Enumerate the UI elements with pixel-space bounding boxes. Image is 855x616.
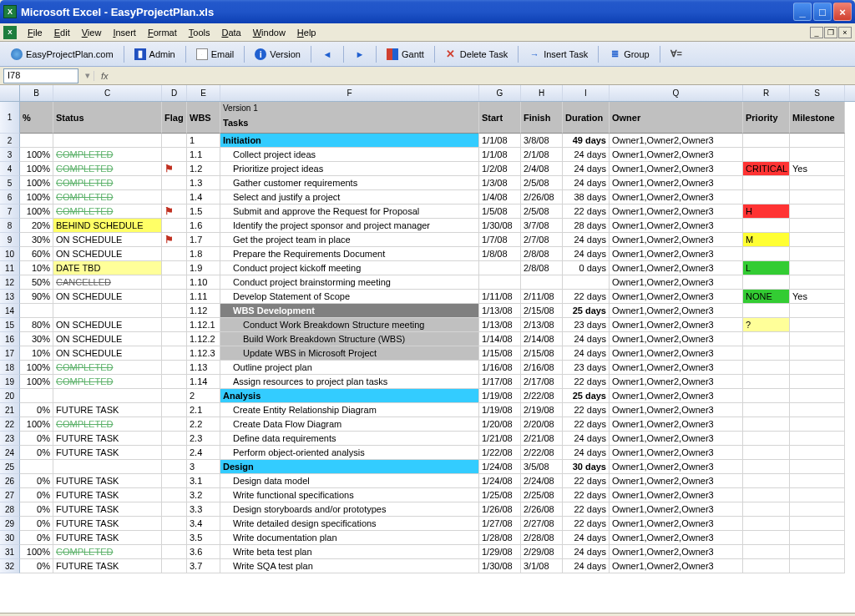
cell-Q-10[interactable]: Owner1,Owner2,Owner3 (610, 247, 743, 261)
cell-Q-28[interactable]: Owner1,Owner2,Owner3 (610, 502, 743, 517)
cell-S-16[interactable] (790, 332, 845, 346)
cell-E-8[interactable]: 1.6 (187, 219, 220, 233)
cell-R-28[interactable] (743, 502, 790, 517)
header-cell-C[interactable]: Status (53, 102, 162, 134)
row-header-20[interactable]: 20 (0, 389, 20, 403)
name-box[interactable]: I78 (3, 68, 78, 83)
cell-C-9[interactable]: ON SCHEDULE (53, 233, 162, 247)
cell-G-17[interactable]: 1/15/08 (479, 346, 521, 361)
cell-G-24[interactable]: 1/22/08 (479, 446, 521, 460)
cell-E-4[interactable]: 1.2 (187, 162, 220, 176)
cell-F-11[interactable]: Conduct project kickoff meeting (220, 261, 479, 275)
cell-H-17[interactable]: 2/15/08 (521, 346, 563, 361)
row-header-7[interactable]: 7 (0, 204, 20, 219)
cell-Q-23[interactable]: Owner1,Owner2,Owner3 (610, 432, 743, 446)
menu-file[interactable]: File (22, 26, 48, 39)
cell-G-7[interactable]: 1/5/08 (479, 204, 521, 219)
cell-D-27[interactable] (162, 488, 187, 502)
cell-B-2[interactable] (20, 134, 53, 148)
cell-C-20[interactable] (53, 389, 162, 403)
cell-E-28[interactable]: 3.3 (187, 502, 220, 517)
cell-G-19[interactable]: 1/17/08 (479, 375, 521, 389)
column-header-F[interactable]: F (220, 85, 479, 101)
cell-Q-21[interactable]: Owner1,Owner2,Owner3 (610, 403, 743, 417)
cell-G-21[interactable]: 1/19/08 (479, 403, 521, 417)
column-header-D[interactable]: D (162, 85, 187, 101)
cell-F-9[interactable]: Get the project team in place (220, 233, 479, 247)
cell-D-32[interactable] (162, 559, 187, 573)
cell-H-29[interactable]: 2/27/08 (521, 517, 563, 531)
cell-F-7[interactable]: Submit and approve the Request for Propo… (220, 204, 479, 219)
cell-Q-12[interactable]: Owner1,Owner2,Owner3 (610, 275, 743, 290)
cell-B-17[interactable]: 10% (20, 346, 53, 361)
row-header-27[interactable]: 27 (0, 488, 20, 502)
cell-R-4[interactable]: CRITICAL (743, 162, 790, 176)
cell-F-13[interactable]: Develop Statement of Scope (220, 290, 479, 304)
header-cell-B[interactable]: % (20, 102, 53, 134)
cell-D-6[interactable] (162, 190, 187, 204)
cell-Q-3[interactable]: Owner1,Owner2,Owner3 (610, 148, 743, 162)
cell-S-25[interactable] (790, 460, 845, 474)
row-header-14[interactable]: 14 (0, 304, 20, 318)
cell-R-15[interactable]: ? (743, 318, 790, 332)
menu-tools[interactable]: Tools (183, 26, 216, 39)
cell-C-6[interactable]: COMPLETED (53, 190, 162, 204)
cell-S-12[interactable] (790, 275, 845, 290)
header-cell-Q[interactable]: Owner (610, 102, 743, 134)
cell-H-4[interactable]: 2/4/08 (521, 162, 563, 176)
cell-I-23[interactable]: 24 days (563, 432, 610, 446)
row-header-8[interactable]: 8 (0, 219, 20, 233)
row-header-25[interactable]: 25 (0, 460, 20, 474)
cell-Q-2[interactable]: Owner1,Owner2,Owner3 (610, 134, 743, 148)
cell-C-3[interactable]: COMPLETED (53, 148, 162, 162)
cell-F-6[interactable]: Select and justify a project (220, 190, 479, 204)
cell-B-12[interactable]: 50% (20, 275, 53, 290)
cell-I-14[interactable]: 25 days (563, 304, 610, 318)
cell-H-11[interactable]: 2/8/08 (521, 261, 563, 275)
cell-R-27[interactable] (743, 488, 790, 502)
row-header-4[interactable]: 4 (0, 162, 20, 176)
mdi-close-button[interactable]: × (838, 27, 852, 38)
cell-G-14[interactable]: 1/13/08 (479, 304, 521, 318)
cell-F-25[interactable]: Design (220, 460, 479, 474)
cell-G-2[interactable]: 1/1/08 (479, 134, 521, 148)
cell-E-10[interactable]: 1.8 (187, 247, 220, 261)
group-button[interactable]: ≣Group (603, 45, 655, 63)
row-header-15[interactable]: 15 (0, 318, 20, 332)
cell-Q-16[interactable]: Owner1,Owner2,Owner3 (610, 332, 743, 346)
cell-S-6[interactable] (790, 190, 845, 204)
cell-I-4[interactable]: 24 days (563, 162, 610, 176)
cell-Q-27[interactable]: Owner1,Owner2,Owner3 (610, 488, 743, 502)
cell-C-23[interactable]: FUTURE TASK (53, 432, 162, 446)
cell-D-28[interactable] (162, 502, 187, 517)
cell-H-13[interactable]: 2/11/08 (521, 290, 563, 304)
cell-E-27[interactable]: 3.2 (187, 488, 220, 502)
cell-S-18[interactable] (790, 361, 845, 375)
cell-G-31[interactable]: 1/29/08 (479, 545, 521, 559)
cell-D-31[interactable] (162, 545, 187, 559)
column-header-Q[interactable]: Q (610, 85, 743, 101)
cell-B-23[interactable]: 0% (20, 432, 53, 446)
cell-R-9[interactable]: M (743, 233, 790, 247)
row-header-1[interactable]: 1 (0, 102, 20, 134)
cell-E-17[interactable]: 1.12.3 (187, 346, 220, 361)
cell-F-23[interactable]: Define data requirements (220, 432, 479, 446)
cell-R-8[interactable] (743, 219, 790, 233)
menu-window[interactable]: Window (247, 26, 291, 39)
cell-E-21[interactable]: 2.1 (187, 403, 220, 417)
cell-E-15[interactable]: 1.12.1 (187, 318, 220, 332)
cell-G-3[interactable]: 1/1/08 (479, 148, 521, 162)
cell-S-24[interactable] (790, 446, 845, 460)
cell-Q-29[interactable]: Owner1,Owner2,Owner3 (610, 517, 743, 531)
column-header-C[interactable]: C (53, 85, 162, 101)
cell-I-17[interactable]: 24 days (563, 346, 610, 361)
cell-R-26[interactable] (743, 474, 790, 488)
cell-C-22[interactable]: COMPLETED (53, 417, 162, 432)
cell-I-15[interactable]: 23 days (563, 318, 610, 332)
cell-H-22[interactable]: 2/20/08 (521, 417, 563, 432)
cell-B-3[interactable]: 100% (20, 148, 53, 162)
cell-F-31[interactable]: Write beta test plan (220, 545, 479, 559)
cell-F-12[interactable]: Conduct project brainstorming meeting (220, 275, 479, 290)
cell-H-10[interactable]: 2/8/08 (521, 247, 563, 261)
cell-B-13[interactable]: 90% (20, 290, 53, 304)
